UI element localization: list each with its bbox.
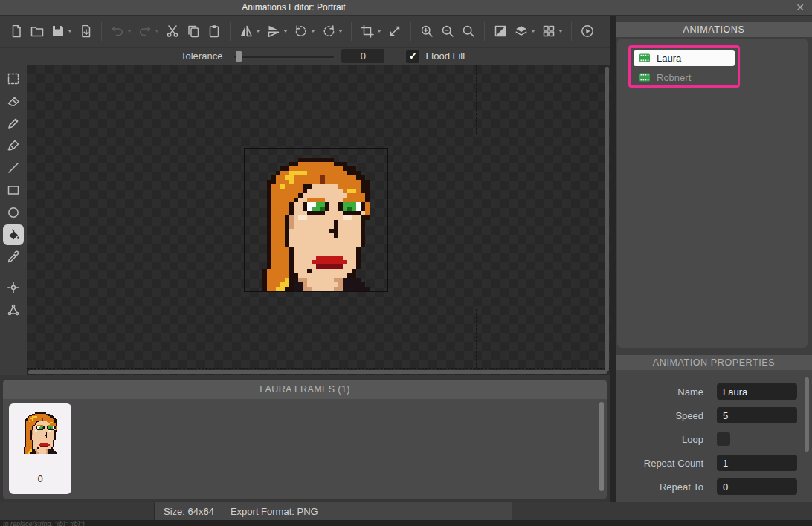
paste-icon[interactable] bbox=[204, 20, 224, 42]
toolbar-separator bbox=[571, 22, 572, 41]
animation-item-laura[interactable]: Laura bbox=[634, 50, 735, 66]
animation-name: Laura bbox=[657, 53, 681, 64]
canvas-frame bbox=[244, 148, 388, 292]
animation-properties-header: ANIMATION PROPERTIES bbox=[616, 355, 812, 370]
check-icon: ✓ bbox=[409, 51, 417, 62]
filmstrip-icon bbox=[639, 72, 651, 82]
guide-line bbox=[476, 65, 477, 134]
guide-line bbox=[158, 65, 158, 134]
slider-track bbox=[234, 56, 334, 58]
toolbar-separator bbox=[410, 22, 411, 41]
guide-line bbox=[158, 309, 158, 368]
play-icon[interactable] bbox=[578, 20, 597, 42]
toolbar-separator bbox=[484, 22, 485, 41]
flood-fill-checkbox[interactable]: ✓ bbox=[406, 50, 419, 63]
animation-item-robnert[interactable]: Robnert bbox=[634, 69, 735, 85]
repeat-to-field[interactable] bbox=[717, 478, 797, 495]
frame-thumbnail bbox=[18, 409, 62, 454]
tool-palette bbox=[0, 65, 27, 375]
pencil-tool[interactable] bbox=[3, 113, 24, 134]
status-bar: Size: 64x64 Export Format: PNG bbox=[0, 502, 812, 520]
flip-horizontal-icon[interactable] bbox=[236, 20, 262, 42]
layers-icon[interactable] bbox=[512, 20, 538, 42]
main-toolbar bbox=[0, 16, 610, 48]
frames-panel: LAURA FRAMES (1) 0 bbox=[0, 375, 610, 502]
animation-properties-body: Name Speed Loop Repeat Count Repeat To bbox=[616, 370, 812, 502]
loop-label: Loop bbox=[616, 434, 703, 445]
palette-separator bbox=[4, 273, 23, 273]
undo-icon[interactable] bbox=[108, 20, 134, 42]
toolbar-separator bbox=[351, 22, 352, 41]
open-folder-icon[interactable] bbox=[28, 20, 47, 42]
cut-icon[interactable] bbox=[163, 20, 182, 42]
rotate-ccw-icon[interactable] bbox=[291, 20, 318, 42]
guide-line bbox=[476, 309, 477, 368]
filmstrip-icon bbox=[639, 53, 651, 63]
animations-header: ANIMATIONS bbox=[616, 22, 812, 37]
name-label: Name bbox=[616, 386, 703, 397]
resize-icon[interactable] bbox=[385, 20, 405, 42]
zoom-out-icon[interactable] bbox=[438, 20, 457, 42]
right-panel: ANIMATIONS Laura Robnert ANIMATION PROPE… bbox=[616, 16, 812, 502]
rectangle-tool[interactable] bbox=[3, 180, 24, 201]
rotate-cw-icon[interactable] bbox=[319, 20, 345, 42]
grid-icon[interactable] bbox=[539, 20, 565, 42]
flood-fill-label: Flood Fill bbox=[425, 51, 465, 62]
canvas-vertical-scrollbar[interactable] bbox=[605, 67, 609, 371]
redo-icon[interactable] bbox=[135, 20, 161, 42]
sprite-canvas[interactable] bbox=[245, 149, 387, 291]
canvas-viewport[interactable] bbox=[27, 65, 610, 375]
eyedropper-tool[interactable] bbox=[3, 247, 24, 267]
window-title: Animations Editor: Portrait bbox=[242, 0, 345, 15]
invert-colors-icon[interactable] bbox=[491, 20, 510, 42]
animations-list: Laura Robnert bbox=[617, 39, 808, 348]
repeat-count-label: Repeat Count bbox=[616, 458, 703, 469]
properties-scrollbar[interactable] bbox=[805, 377, 809, 452]
export-format-text: Export Format: PNG bbox=[231, 506, 318, 517]
animation-name: Robnert bbox=[657, 72, 691, 83]
options-separator bbox=[396, 49, 396, 64]
rect-select-tool[interactable] bbox=[3, 68, 24, 89]
repeat-count-field[interactable] bbox=[717, 455, 797, 471]
new-file-icon[interactable] bbox=[7, 20, 26, 42]
window-titlebar: Animations Editor: Portrait ✕ bbox=[0, 0, 812, 16]
frames-list: 0 bbox=[3, 399, 607, 499]
line-tool[interactable] bbox=[3, 158, 24, 178]
background-window-text: to replace(string, "(b)" "(b)") bbox=[0, 520, 812, 526]
guide-line bbox=[27, 368, 610, 369]
panel-divider bbox=[610, 16, 616, 502]
toolbar-separator bbox=[101, 22, 102, 41]
repeat-to-label: Repeat To bbox=[616, 481, 703, 493]
export-file-icon[interactable] bbox=[76, 20, 95, 42]
zoom-in-icon[interactable] bbox=[417, 20, 436, 42]
eraser-tool[interactable] bbox=[3, 91, 24, 111]
speed-field[interactable] bbox=[717, 407, 797, 423]
skeleton-tool[interactable] bbox=[3, 299, 24, 320]
frame-number: 0 bbox=[9, 473, 71, 484]
slider-handle[interactable] bbox=[236, 51, 242, 62]
ellipse-tool[interactable] bbox=[3, 202, 24, 223]
loop-checkbox[interactable] bbox=[717, 432, 730, 446]
canvas-horizontal-scrollbar[interactable] bbox=[28, 370, 607, 374]
speed-label: Speed bbox=[616, 410, 703, 421]
move-tool[interactable] bbox=[3, 277, 24, 298]
tolerance-slider[interactable] bbox=[234, 51, 334, 62]
tolerance-label: Tolerance bbox=[181, 51, 222, 62]
frames-scrollbar[interactable] bbox=[599, 402, 604, 491]
save-icon[interactable] bbox=[48, 20, 74, 42]
name-field[interactable] bbox=[717, 383, 797, 400]
fill-tool[interactable] bbox=[3, 224, 24, 245]
tool-options-bar: Tolerance 0 ✓ Flood Fill bbox=[0, 48, 610, 65]
flip-vertical-icon[interactable] bbox=[264, 20, 290, 42]
close-icon[interactable]: ✕ bbox=[796, 0, 805, 15]
frames-title: LAURA FRAMES (1) bbox=[3, 380, 607, 399]
save-dropdown-icon[interactable] bbox=[68, 30, 72, 33]
crop-icon[interactable] bbox=[358, 20, 384, 42]
canvas-size-text: Size: 64x64 bbox=[164, 506, 214, 517]
brush-tool[interactable] bbox=[3, 135, 24, 156]
toolbar-separator bbox=[230, 22, 231, 41]
zoom-reset-icon[interactable] bbox=[459, 20, 478, 42]
frame-item[interactable]: 0 bbox=[9, 403, 71, 494]
tolerance-value[interactable]: 0 bbox=[341, 49, 384, 63]
copy-icon[interactable] bbox=[184, 20, 203, 42]
